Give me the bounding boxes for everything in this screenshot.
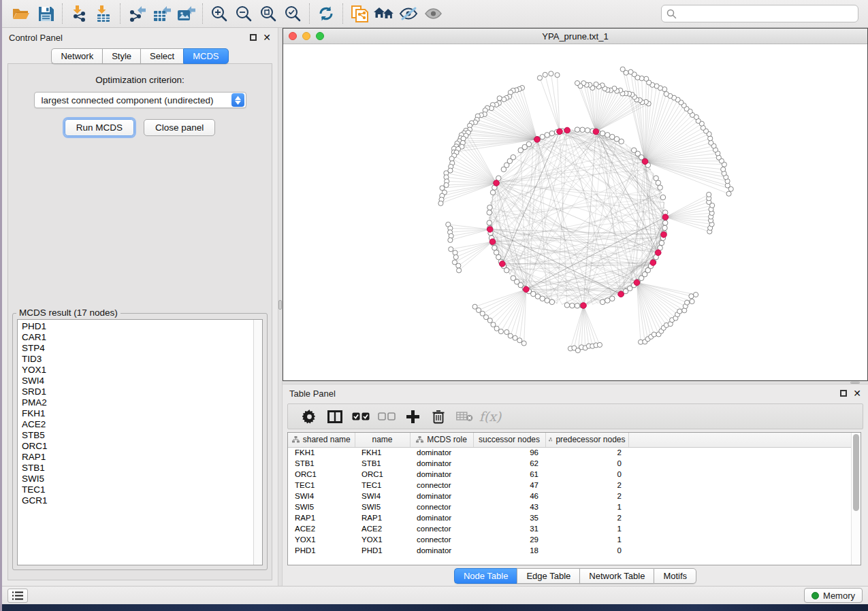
table-cell[interactable]: 0: [545, 458, 628, 469]
select-all-button[interactable]: [348, 406, 374, 427]
table-cell[interactable]: SWI5: [288, 501, 355, 512]
table-cell[interactable]: RAP1: [355, 512, 410, 523]
mcds-result-node[interactable]: GCR1: [22, 495, 253, 506]
table-row[interactable]: STB1STB1dominator620: [288, 458, 851, 469]
mcds-result-node[interactable]: STB1: [22, 463, 253, 474]
table-cell[interactable]: 61: [473, 469, 545, 480]
zoom-out-button[interactable]: [231, 2, 256, 25]
table-row[interactable]: FKH1FKH1dominator962: [288, 447, 851, 458]
close-panel-button[interactable]: Close panel: [144, 119, 215, 136]
mcds-result-node[interactable]: PMA2: [22, 397, 253, 408]
tab-network[interactable]: Network: [51, 48, 102, 64]
vertical-splitter[interactable]: [278, 28, 283, 586]
import-table-button[interactable]: [91, 2, 116, 25]
table-cell[interactable]: YOX1: [288, 534, 355, 545]
zoom-selected-button[interactable]: [280, 2, 305, 25]
table-cell[interactable]: FKH1: [355, 447, 410, 458]
tab-motifs[interactable]: Motifs: [654, 568, 696, 584]
table-cell[interactable]: 2: [545, 447, 628, 458]
table-cell[interactable]: connector: [410, 501, 473, 512]
column-header-successor-nodes[interactable]: successor nodes: [473, 433, 545, 447]
delete-column-button[interactable]: [425, 406, 451, 427]
tab-network-table[interactable]: Network Table: [579, 568, 654, 584]
table-cell[interactable]: 47: [473, 480, 545, 491]
table-cell[interactable]: connector: [410, 523, 473, 534]
duplicate-network-button[interactable]: [347, 2, 372, 25]
zoom-fit-button[interactable]: [256, 2, 280, 25]
criterion-select[interactable]: largest connected component (undirected): [34, 92, 246, 108]
column-header-shared-name[interactable]: shared name: [288, 433, 355, 447]
mcds-result-node[interactable]: PHD1: [22, 321, 253, 332]
splitter-grip[interactable]: [850, 382, 860, 384]
mcds-result-node[interactable]: RAP1: [22, 452, 253, 463]
mcds-result-node[interactable]: CAR1: [22, 332, 253, 343]
deselect-all-button[interactable]: [374, 406, 400, 427]
table-row[interactable]: YOX1YOX1connector291: [288, 534, 851, 545]
table-cell[interactable]: connector: [410, 534, 473, 545]
network-canvas[interactable]: [283, 44, 867, 380]
column-header-predecessor-nodes[interactable]: predecessor nodes: [545, 433, 628, 447]
mcds-result-node[interactable]: SWI5: [22, 474, 253, 484]
table-cell[interactable]: YOX1: [355, 534, 410, 545]
network-view-titlebar[interactable]: YPA_prune.txt_1: [283, 29, 867, 44]
show-all-button[interactable]: [421, 2, 445, 25]
table-cell[interactable]: 46: [473, 491, 545, 501]
table-cell[interactable]: 2: [545, 512, 628, 523]
export-table-button[interactable]: [149, 2, 174, 25]
table-cell[interactable]: FKH1: [288, 447, 355, 458]
table-cell[interactable]: 96: [473, 447, 545, 458]
table-cell[interactable]: 18: [473, 545, 545, 556]
table-cell[interactable]: dominator: [410, 491, 473, 501]
table-cell[interactable]: SWI4: [355, 491, 410, 501]
table-row[interactable]: PHD1PHD1dominator180: [288, 545, 851, 556]
table-cell[interactable]: dominator: [410, 545, 473, 556]
mcds-result-scrollbar[interactable]: [253, 320, 262, 565]
tab-mcds[interactable]: MCDS: [183, 48, 228, 64]
tab-select[interactable]: Select: [140, 48, 183, 64]
open-file-button[interactable]: [9, 2, 33, 25]
table-cell[interactable]: dominator: [410, 447, 473, 458]
float-panel-icon[interactable]: [250, 34, 257, 41]
table-cell[interactable]: 0: [545, 545, 628, 556]
table-cell[interactable]: ORC1: [355, 469, 410, 480]
table-settings-button[interactable]: [296, 406, 322, 427]
run-mcds-button[interactable]: Run MCDS: [65, 119, 134, 136]
float-panel-icon[interactable]: [840, 390, 847, 397]
task-history-button[interactable]: [7, 589, 28, 603]
tab-style[interactable]: Style: [102, 48, 140, 64]
memory-button[interactable]: Memory: [804, 588, 863, 603]
export-image-button[interactable]: [174, 2, 198, 25]
mcds-result-node[interactable]: FKH1: [22, 408, 253, 419]
table-row[interactable]: SWI5SWI5connector431: [288, 501, 851, 512]
export-network-button[interactable]: [125, 2, 149, 25]
table-cell[interactable]: 1: [545, 501, 628, 512]
table-cell[interactable]: 1: [545, 534, 628, 545]
table-cell[interactable]: connector: [410, 480, 473, 491]
tab-edge-table[interactable]: Edge Table: [517, 568, 579, 584]
column-header-mcds-role[interactable]: MCDS role: [410, 433, 473, 447]
maximize-window-icon[interactable]: [316, 32, 324, 40]
close-panel-icon[interactable]: ✕: [263, 34, 271, 41]
tab-node-table[interactable]: Node Table: [454, 568, 517, 584]
close-window-icon[interactable]: [289, 32, 297, 40]
table-cell[interactable]: dominator: [410, 512, 473, 523]
horizontal-splitter[interactable]: [283, 381, 868, 384]
table-cell[interactable]: TEC1: [355, 480, 410, 491]
table-row[interactable]: SWI4SWI4dominator462: [288, 491, 851, 501]
node-table-grid[interactable]: shared name name MCDS role successor nod…: [288, 433, 851, 556]
mcds-result-node[interactable]: STB5: [22, 430, 253, 441]
search-input[interactable]: [680, 9, 853, 19]
import-network-button[interactable]: [67, 2, 91, 25]
table-row[interactable]: TEC1TEC1connector472: [288, 480, 851, 491]
table-cell[interactable]: 43: [473, 501, 545, 512]
table-row[interactable]: ACE2ACE2connector311: [288, 523, 851, 534]
show-column-button[interactable]: [322, 406, 348, 427]
table-cell[interactable]: STB1: [355, 458, 410, 469]
table-cell[interactable]: SWI5: [355, 501, 410, 512]
table-cell[interactable]: dominator: [410, 458, 473, 469]
table-cell[interactable]: 62: [473, 458, 545, 469]
mcds-result-list[interactable]: PHD1CAR1STP4TID3YOX1SWI4SRD1PMA2FKH1ACE2…: [17, 319, 263, 565]
mcds-result-node[interactable]: SWI4: [22, 376, 253, 386]
mcds-result-node[interactable]: ACE2: [22, 419, 253, 430]
splitter-grip[interactable]: [278, 300, 282, 310]
